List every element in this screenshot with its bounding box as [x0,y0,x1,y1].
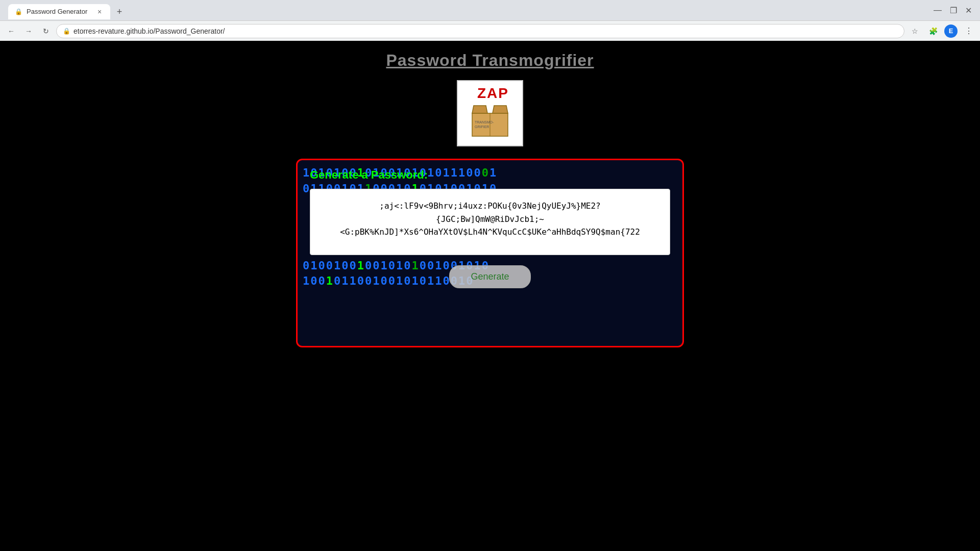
main-card: 1010100101001010101110001 01100101100010… [296,159,684,347]
menu-button[interactable]: ⋮ [962,24,976,38]
new-tab-button[interactable]: + [112,5,127,19]
svg-text:ZAP: ZAP [477,85,509,101]
svg-text:TRANSMO-: TRANSMO- [475,120,494,124]
logo-container: ZAP TRANSMO- GRIFIER [457,80,523,146]
card-inner: Generate a Password: ;aj<:lF9v<9Bhrv;i4u… [298,160,682,296]
tab-close-button[interactable]: × [95,7,104,16]
minimize-button[interactable]: — [934,6,942,15]
extensions-button[interactable]: 🧩 [926,24,940,38]
generate-button[interactable]: Generate [449,265,530,288]
page-content: Password Transmogrifier ZAP TRANSMO- GRI… [0,41,980,551]
tab-favicon: 🔒 [14,8,22,16]
back-button[interactable]: ← [4,24,18,38]
forward-button[interactable]: → [21,24,36,38]
close-button[interactable]: ✕ [965,6,972,15]
zap-logo: ZAP TRANSMO- GRIFIER [459,83,521,144]
svg-marker-4 [493,106,508,113]
reload-button[interactable]: ↻ [39,24,53,38]
svg-marker-3 [472,106,487,113]
password-display: ;aj<:lF9v<9Bhrv;i4uxz:POKu{0v3NejQyUEyJ%… [310,189,670,255]
generate-label: Generate a Password: [310,168,670,182]
browser-tab[interactable]: 🔒 Password Generator × [8,4,110,19]
svg-text:GRIFIER: GRIFIER [475,125,489,129]
page-title: Password Transmogrifier [386,51,594,70]
maximize-button[interactable]: ❐ [950,6,957,15]
security-lock-icon: 🔒 [63,28,70,35]
address-text: etorres-revature.github.io/Password_Gene… [74,27,898,35]
bookmark-button[interactable]: ☆ [908,24,922,38]
address-bar[interactable]: 🔒 etorres-revature.github.io/Password_Ge… [56,24,904,38]
tab-label: Password Generator [27,8,91,15]
user-avatar[interactable]: E [944,24,958,38]
